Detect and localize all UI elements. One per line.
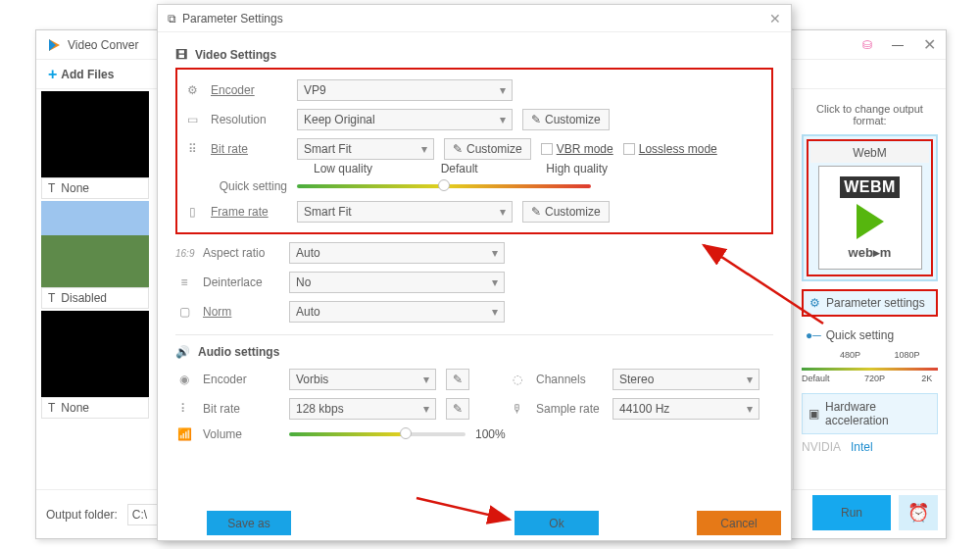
dialog-close-button[interactable]: ✕ (769, 11, 781, 26)
pencil-icon: ✎ (531, 113, 541, 126)
aspect-value: Auto (296, 246, 320, 260)
audio-settings-label: Audio settings (198, 345, 279, 359)
chevron-down-icon: ▾ (500, 205, 506, 219)
intel-label: Intel (851, 440, 873, 454)
scale-1080p: 1080P (895, 350, 920, 360)
webm-tile-icon: WEBM web▸m (818, 166, 922, 270)
clip-item[interactable]: TNone (41, 91, 149, 199)
framerate-customize-button[interactable]: ✎Customize (522, 201, 610, 223)
channels-label: Channels (536, 373, 603, 386)
framerate-label[interactable]: Frame rate (211, 205, 287, 219)
encoder-label[interactable]: Encoder (211, 83, 287, 97)
run-button[interactable]: Run (812, 495, 891, 530)
cancel-button[interactable]: Cancel (697, 511, 781, 535)
quality-slider[interactable] (297, 184, 591, 188)
subtitle-icon: T (48, 401, 55, 415)
encoder-select[interactable]: VP9▾ (297, 79, 513, 101)
volume-slider[interactable] (289, 432, 466, 436)
audio-encoder-select[interactable]: Vorbis▾ (289, 369, 436, 390)
play-icon (857, 204, 884, 239)
audio-encoder-value: Vorbis (296, 373, 328, 386)
webm-badge: WEBM (840, 176, 900, 198)
clip-item[interactable]: TNone (41, 311, 149, 419)
aspect-ratio-select[interactable]: Auto▾ (289, 242, 505, 264)
svg-marker-1 (49, 39, 56, 51)
bitrate-select[interactable]: Smart Fit▾ (297, 138, 434, 160)
chevron-down-icon: ▾ (492, 305, 498, 319)
volume-label: Volume (203, 427, 279, 441)
cancel-label: Cancel (720, 517, 757, 530)
scale-480p: 480P (840, 350, 860, 360)
gpu-vendors: NVIDIA Intel (802, 440, 938, 454)
close-button[interactable]: ✕ (923, 35, 936, 54)
film-gear-icon: 🎞 (175, 48, 187, 62)
ok-label: Ok (549, 517, 564, 530)
audio-bitrate-label: Bit rate (203, 402, 279, 416)
audio-encoder-edit[interactable]: ✎ (446, 369, 469, 390)
cart-icon[interactable]: ⛁ (862, 38, 872, 52)
bitrate-customize-button[interactable]: ✎Customize (444, 138, 531, 160)
video-settings-label: Video Settings (195, 48, 276, 62)
hardware-acceleration[interactable]: ▣ Hardware acceleration (802, 393, 938, 434)
nvidia-label: NVIDIA (802, 440, 841, 454)
volume-icon: 📶 (175, 427, 193, 441)
audio-bitrate-value: 128 kbps (296, 402, 344, 416)
deinterlace-value: No (296, 275, 311, 289)
gear-icon: ⚙ (183, 83, 201, 97)
channels-value: Stereo (619, 373, 654, 386)
aspect-ratio-label: Aspect ratio (203, 246, 279, 260)
samplerate-select[interactable]: 44100 Hz▾ (612, 398, 760, 420)
subtitle-icon: T (48, 291, 55, 305)
dialog-title: Parameter Settings (182, 12, 283, 25)
right-panel: Click to change output format: WebM WEBM… (793, 89, 946, 489)
chevron-down-icon: ▾ (492, 275, 498, 289)
resolution-icon: ▭ (183, 113, 201, 126)
slider-thumb[interactable] (438, 179, 450, 191)
chevron-down-icon: ▾ (423, 402, 429, 416)
resolution-value: Keep Original (304, 113, 375, 126)
lossless-mode-checkbox[interactable]: Lossless mode (623, 142, 717, 156)
resolution-label: Resolution (211, 113, 287, 126)
bitrate-value: Smart Fit (304, 142, 352, 156)
bitrate-label[interactable]: Bit rate (211, 142, 287, 156)
norm-value: Auto (296, 305, 320, 319)
chevron-down-icon: ▾ (492, 246, 498, 260)
audio-settings-header: 🔊 Audio settings (175, 345, 773, 359)
format-name: WebM (810, 143, 929, 163)
scale-2k: 2K (921, 374, 932, 383)
minimize-button[interactable]: ― (892, 38, 904, 52)
chevron-down-icon: ▾ (423, 373, 429, 386)
quick-setting-button[interactable]: ●─ Quick setting (802, 326, 938, 344)
quick-setting-label: Quick setting (826, 328, 894, 342)
ok-button[interactable]: Ok (514, 511, 599, 535)
quick-setting-scale[interactable]: 480P 1080P Default 720P 2K (802, 350, 938, 383)
customize-label: Customize (545, 205, 601, 219)
deinterlace-icon: ≡ (175, 275, 193, 289)
resolution-customize-button[interactable]: ✎Customize (522, 109, 610, 130)
sliders-icon: ⚙ (809, 296, 820, 310)
output-format-box[interactable]: WebM WEBM web▸m (802, 134, 938, 281)
channels-select[interactable]: Stereo▾ (612, 369, 760, 390)
parameter-settings-button[interactable]: ⚙ Parameter settings (802, 289, 938, 317)
framerate-select[interactable]: Smart Fit▾ (297, 201, 513, 223)
norm-label[interactable]: Norm (203, 305, 279, 319)
default-quality-label: Default (441, 162, 478, 175)
save-as-button[interactable]: Save as (207, 511, 291, 535)
schedule-button[interactable]: ⏰ (899, 495, 938, 530)
resolution-select[interactable]: Keep Original▾ (297, 109, 513, 130)
clip-item[interactable]: TDisabled (41, 201, 149, 309)
audio-bitrate-select[interactable]: 128 kbps▾ (289, 398, 436, 420)
change-format-label: Click to change output format: (802, 103, 938, 126)
add-files-button[interactable]: +Add Files (48, 66, 114, 83)
samplerate-value: 44100 Hz (619, 402, 669, 416)
pencil-icon: ✎ (531, 205, 541, 219)
vbr-mode-checkbox[interactable]: VBR mode (541, 142, 613, 156)
audio-bitrate-edit[interactable]: ✎ (446, 398, 469, 420)
deinterlace-select[interactable]: No▾ (289, 272, 505, 293)
norm-icon: ▢ (175, 305, 193, 319)
low-quality-label: Low quality (314, 162, 372, 175)
samplerate-icon: 🎙 (509, 402, 526, 416)
scale-default: Default (802, 374, 830, 383)
norm-select[interactable]: Auto▾ (289, 301, 505, 323)
slider-thumb[interactable] (400, 427, 412, 439)
